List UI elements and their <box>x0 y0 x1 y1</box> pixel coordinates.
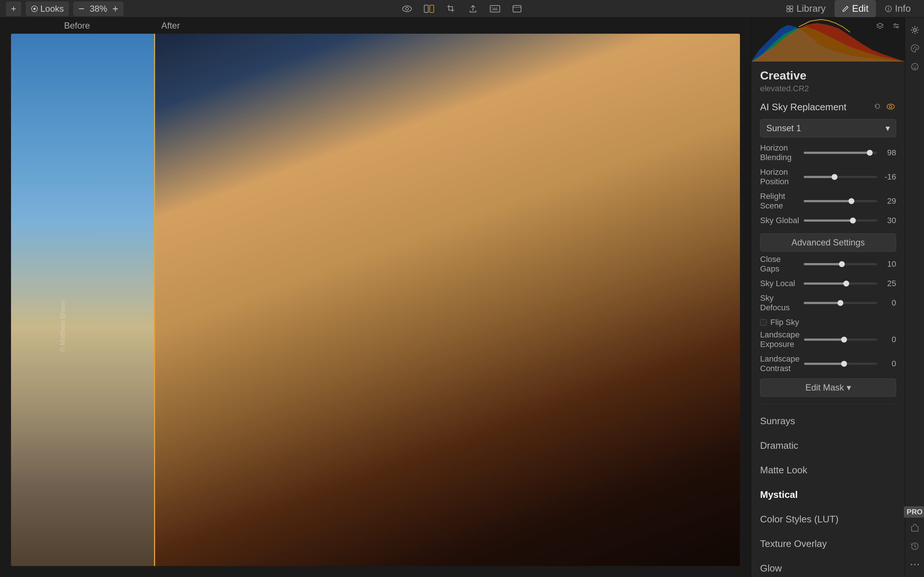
slider-value: 10 <box>882 259 896 269</box>
face-button[interactable] <box>907 59 923 75</box>
slider-track[interactable] <box>804 263 877 265</box>
slider-row: Sky Global 30 <box>760 216 896 225</box>
svg-point-28 <box>914 564 916 565</box>
svg-point-3 <box>405 7 409 10</box>
divider-1 <box>760 404 896 405</box>
section-header: AI Sky Replacement <box>760 101 896 113</box>
slider-thumb[interactable] <box>832 174 837 180</box>
slider-label: Close Gaps <box>760 255 799 274</box>
crop-button[interactable] <box>443 2 459 15</box>
svg-point-17 <box>897 26 898 28</box>
slider-thumb[interactable] <box>841 337 847 343</box>
svg-point-19 <box>890 105 892 108</box>
slider-thumb[interactable] <box>867 150 873 156</box>
library-tab[interactable]: Library <box>779 0 833 17</box>
more-button[interactable] <box>907 556 923 572</box>
slider-track[interactable] <box>804 282 877 285</box>
slider-track[interactable] <box>804 338 877 341</box>
sun-button[interactable] <box>907 22 923 38</box>
svg-rect-7 <box>513 5 521 12</box>
panel-subtitle: elevated.CR2 <box>760 84 896 93</box>
edit-tab[interactable]: Edit <box>835 0 876 17</box>
share-button[interactable] <box>465 2 481 15</box>
svg-point-21 <box>913 48 914 49</box>
slider-track[interactable] <box>804 152 877 154</box>
split-divider[interactable] <box>154 34 155 566</box>
main-sliders: Horizon Blending 98 Horizon Position -16… <box>760 143 896 225</box>
slider-label: Sky Global <box>760 216 799 225</box>
image-container[interactable]: © Matthew Brown <box>11 34 740 566</box>
slider-value: 29 <box>882 197 896 206</box>
slider-fill <box>804 152 870 154</box>
slider-track[interactable] <box>804 302 877 304</box>
share-icon <box>468 5 477 13</box>
flip-sky-checkbox[interactable] <box>760 319 767 326</box>
slider-value: 30 <box>882 216 896 225</box>
slider-value: 0 <box>882 298 896 308</box>
slider-row: Landscape Contrast 0 <box>760 354 896 373</box>
toolbar-left: + Looks − 38% + <box>6 2 394 16</box>
preset-dropdown[interactable]: Sunset 1 ▾ <box>760 119 896 137</box>
looks-button[interactable]: Looks <box>26 2 69 16</box>
right-icon-strip: PRO <box>905 18 924 577</box>
slider-fill <box>804 200 851 202</box>
slider-thumb[interactable] <box>843 280 849 287</box>
slider-label: Horizon Blending <box>760 143 799 162</box>
slider-thumb[interactable] <box>841 361 847 367</box>
info-tab[interactable]: Info <box>877 0 918 17</box>
list-item[interactable]: Dramatic <box>751 434 905 458</box>
zoom-plus-button[interactable]: + <box>111 3 120 15</box>
looks-icon <box>31 5 38 13</box>
svg-rect-10 <box>790 6 793 8</box>
slider-thumb[interactable] <box>837 300 843 306</box>
list-item[interactable]: Mystical <box>751 482 905 507</box>
eye-button[interactable] <box>399 2 415 15</box>
bag-button[interactable] <box>907 520 923 536</box>
toolbar-center <box>399 2 525 15</box>
list-item[interactable]: Color Styles (LUT) <box>751 507 905 532</box>
list-item[interactable]: Sunrays <box>751 409 905 434</box>
window-button[interactable] <box>509 2 525 15</box>
slider-value: 98 <box>882 148 896 158</box>
slider-fill <box>804 282 846 285</box>
visibility-button[interactable] <box>885 101 896 113</box>
zoom-minus-button[interactable]: − <box>77 3 86 15</box>
info-icon <box>885 5 892 13</box>
edit-mask-button[interactable]: Edit Mask ▾ <box>760 379 896 397</box>
list-item[interactable]: Texture Overlay <box>751 532 905 556</box>
advanced-settings-button[interactable]: Advanced Settings <box>760 234 896 252</box>
info-label: Info <box>895 3 911 14</box>
section-controls <box>873 101 896 113</box>
layers-icon-btn[interactable] <box>873 19 887 34</box>
more-icon <box>910 563 919 566</box>
compare-button[interactable] <box>421 2 437 15</box>
list-item[interactable]: Matte Look <box>751 458 905 482</box>
panel-scroll[interactable]: AI Sky Replacement <box>751 95 905 577</box>
slider-value: 0 <box>882 359 896 369</box>
list-item[interactable]: Glow <box>751 556 905 577</box>
palette-button[interactable] <box>907 40 923 56</box>
slider-track[interactable] <box>804 200 877 202</box>
slider-value: 0 <box>882 335 896 344</box>
slider-thumb[interactable] <box>848 198 855 204</box>
slider-label: Landscape Exposure <box>760 330 800 349</box>
slider-thumb[interactable] <box>850 218 856 224</box>
slider-track[interactable] <box>804 176 877 178</box>
add-button[interactable]: + <box>6 2 21 16</box>
edit-icon <box>842 5 849 13</box>
svg-point-18 <box>887 104 894 109</box>
layers-icon <box>876 23 884 31</box>
svg-point-26 <box>916 66 916 66</box>
slider-row: Horizon Position -16 <box>760 168 896 187</box>
slider-track[interactable] <box>804 363 877 365</box>
histogram-area <box>751 18 905 61</box>
reset-button[interactable] <box>873 101 882 113</box>
sliders-icon-btn[interactable] <box>889 19 903 34</box>
keyboard-button[interactable] <box>487 2 503 15</box>
pro-badge[interactable]: PRO <box>904 506 924 517</box>
svg-point-20 <box>913 29 916 32</box>
history-button[interactable] <box>907 538 923 554</box>
slider-thumb[interactable] <box>839 261 845 267</box>
slider-track[interactable] <box>804 219 877 222</box>
svg-point-24 <box>911 63 918 70</box>
